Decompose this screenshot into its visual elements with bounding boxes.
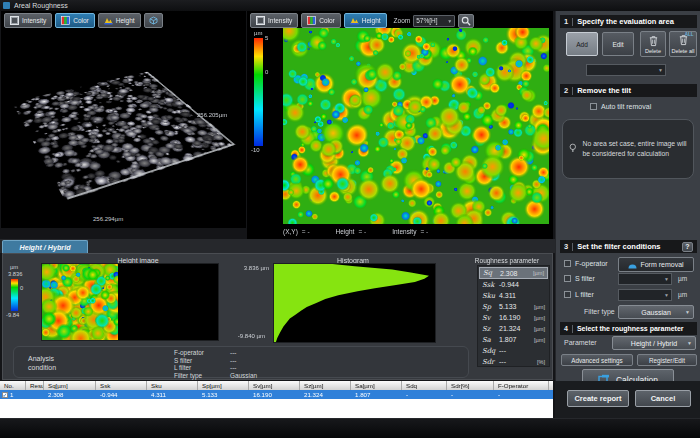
cursor-status-bar: (X,Y)= - Height= - Intensity= - [283,226,551,237]
thumb-scale-mid: 0 [20,285,23,291]
parameter-select[interactable]: Height / Hybrid ▼ [612,336,696,350]
row-no-cell: ✓ 1 [0,390,26,399]
color-icon [61,16,70,25]
roughness-row-sq[interactable]: Sq2.308[µm] [479,267,548,279]
roughness-row-sz[interactable]: Sz21.324[µm] [479,323,548,334]
add-area-button[interactable]: Add [566,32,598,56]
surface-3d-canvas[interactable] [12,71,237,201]
roughness-row-sdq[interactable]: Sdq--- [479,345,548,356]
roughness-row-sp[interactable]: Sp5.133[µm] [479,301,548,312]
color-button-2d[interactable]: Color [301,13,341,28]
col-sq[interactable]: Sq[µm] [44,381,96,390]
thumb-scale-bottom: -9.84 [6,312,19,318]
roughness-row-sdr[interactable]: Sdr---[%] [479,356,548,367]
l-filter-unit: µm [678,291,687,298]
filter-type-select[interactable]: Gaussian ▼ [618,305,694,319]
cancel-button[interactable]: Cancel [635,390,691,407]
zoom-select[interactable]: 57%[H] ▼ [413,15,455,27]
height-image-thumbnail [42,264,118,340]
intensity-button-2d[interactable]: Intensity [250,13,298,28]
axis-width-label: 256.294µm [93,216,123,222]
analysis-l-filter: L filter--- [174,364,236,371]
table-empty-area [0,399,553,418]
info-box: No area set case, entire image will be c… [562,119,694,179]
height-image-box [41,263,219,341]
colorbar-tick-zero: 0 [265,69,268,75]
auto-tilt-checkbox[interactable] [590,103,597,110]
analysis-condition-label: Analysis condition [28,354,80,372]
col-sz[interactable]: Sz[µm] [300,381,351,390]
height-icon [104,16,113,25]
advanced-settings-button[interactable]: Advanced settings [561,354,633,366]
filter-type-label: Filter type [584,308,615,315]
f-operator-checkbox[interactable] [564,260,571,267]
col-sdr[interactable]: Sdr[%] [447,381,494,390]
color-button[interactable]: Color [55,13,95,28]
col-sku[interactable]: Sku [147,381,198,390]
zoom-label: Zoom [394,17,411,24]
form-removal-icon [628,261,637,269]
view-3d-toggle-button[interactable] [144,13,163,28]
col-result[interactable]: Result [26,381,44,390]
analysis-s-filter: S filter--- [174,357,236,364]
trash-icon [648,35,659,47]
height-button-2d[interactable]: Height [344,13,387,28]
analysis-filter-type: Filter typeGaussian [174,372,257,379]
height-map-canvas[interactable] [283,28,549,224]
s-filter-checkbox[interactable] [564,275,571,282]
intensity-button[interactable]: Intensity [4,13,52,28]
height-button[interactable]: Height [98,13,141,28]
create-report-button[interactable]: Create report [567,390,629,407]
l-filter-checkbox[interactable] [564,291,571,298]
col-sv[interactable]: Sv[µm] [249,381,300,390]
result-row-1[interactable]: ✓ 1 2.308 -0.944 4.311 5.133 16.190 21.3… [0,390,553,399]
chevron-down-icon: ▼ [447,18,452,24]
row-checkbox[interactable]: ✓ [2,392,8,398]
help-button[interactable]: ? [682,242,693,252]
zoom-tool-button[interactable] [458,14,474,28]
color-icon [307,16,316,25]
results-table: No. Result Sq[µm] Ssk Sku Sp[µm] Sv[µm] … [0,381,553,399]
register-edit-button[interactable]: Register/Edit [637,354,697,366]
roughness-row-sv[interactable]: Sv16.190[µm] [479,312,548,323]
delete-all-areas-button[interactable]: ALL Delete all [669,31,697,57]
view-3d-pane: Intensity Color Height 256.205µm 256.294… [1,11,246,228]
edit-area-button[interactable]: Edit [602,32,634,56]
col-sp[interactable]: Sp[µm] [198,381,249,390]
form-removal-button[interactable]: Form removal [618,257,694,272]
thumb-scale-top: 3.836 [8,271,23,277]
chevron-down-icon: ▼ [664,292,669,298]
status-height: Height= - [336,228,367,235]
l-filter-input[interactable]: ▼ [618,289,672,301]
col-ssk[interactable]: Ssk [96,381,147,390]
status-intensity: Intensity= - [392,228,428,235]
height-map-pane: Intensity Color Height Zoom 57%[H] ▼ µm … [247,11,553,239]
s-filter-unit: µm [678,275,687,282]
col-no[interactable]: No. [0,381,26,390]
trash-all-icon: ALL [678,34,689,47]
info-text: No area set case, entire image will be c… [583,139,687,158]
chevron-down-icon: ▼ [658,67,663,73]
window-title: Areal Roughness [14,2,68,9]
s-filter-row: S filter [564,275,595,282]
col-sdq[interactable]: Sdq [402,381,447,390]
col-sa[interactable]: Sa[µm] [351,381,402,390]
delete-area-button[interactable]: Delete [640,31,666,57]
col-f-operator[interactable]: F-Operator [494,381,549,390]
roughness-row-sa[interactable]: Sa1.807[µm] [479,334,548,345]
roughness-row-sku[interactable]: Sku4.311 [479,290,548,301]
col-s-filter[interactable]: S-filter [549,381,553,390]
bottom-bar [0,418,700,438]
chevron-down-icon: ▼ [685,309,690,315]
surface-3d-view[interactable] [19,39,219,214]
cube-3d-icon [149,16,158,25]
roughness-row-ssk[interactable]: Ssk-0.944 [479,279,548,290]
colorbar-unit: µm [254,30,262,36]
s-filter-input[interactable]: ▼ [618,273,672,285]
area-list-select[interactable]: ▼ [586,64,666,76]
magnifier-icon [461,16,471,26]
step1-header: 1 Specify the evaluation area [560,15,697,28]
histogram-bottom-label: -9.840 µm [221,333,265,339]
roughness-title: Roughness parameter [461,257,553,264]
tab-height-hybrid[interactable]: Height / Hybrid [2,240,88,253]
